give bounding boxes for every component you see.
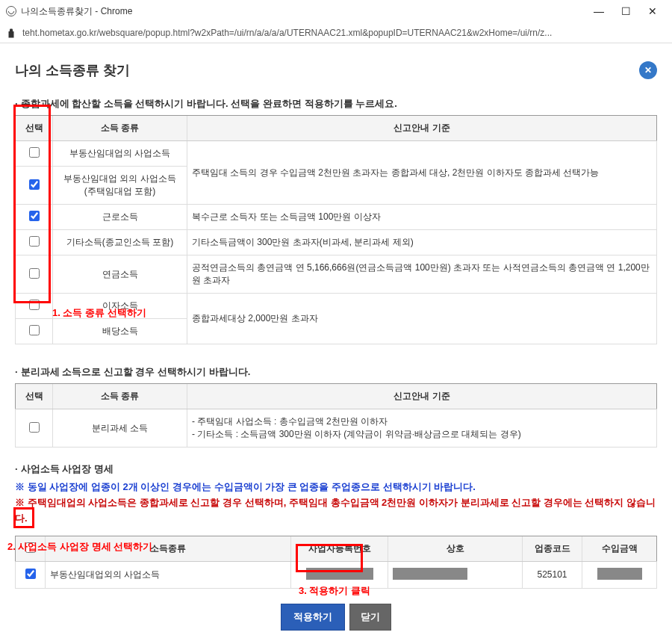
cell-guide: 기타소득금액이 300만원 초과자(비과세, 분리과세 제외) [187,230,657,256]
lock-icon [6,28,16,38]
section3-note1: ※ 동일 사업장에 업종이 2개 이상인 경우에는 수입금액이 가장 큰 업종을… [15,480,657,494]
th-select: 선택 [16,116,53,141]
cell-amount [582,561,657,588]
section3-note2: ※ 주택임대업의 사업소득은 종합과세로 신고할 경우 선택하며, 주택임대 총… [15,495,657,527]
th-amount: 수입금액 [582,536,657,561]
chrome-favicon [6,6,16,16]
checkbox-separate-0[interactable] [29,422,40,433]
separate-tax-table: 선택 소득 종류 신고안내 기준 분리과세 소득 - 주택임대 사업소득 : 총… [15,383,657,448]
window-maximize-button[interactable]: ☐ [612,2,639,20]
cell-income-type: 부동산임대업의 사업소득 [53,141,187,167]
cell-guide: - 주택임대 사업소득 : 총수입금액 2천만원 이하자 - 기타소득 : 소득… [187,409,657,448]
redacted-amount [597,568,642,580]
section3-title: 사업소득 사업장 명세 [15,462,657,476]
cell-income-type: 기타소득(종교인소득 포함) [53,230,187,256]
button-row: 적용하기 닫기 [15,604,657,631]
section2-title: 분리과세 소득으로 신고할 경우 선택하시기 바랍니다. [15,365,657,379]
business-detail-table: 소득종류 사업자등록번호 상호 업종코드 수입금액 부동산임대업외의 사업소득 … [15,536,657,589]
page-title: 나의 소득종류 찾기 [15,61,130,79]
cell-biz-type: 부동산임대업외의 사업소득 [46,561,291,588]
close-button[interactable]: 닫기 [349,604,391,631]
cell-income-type: 배당소득 [53,319,187,344]
cell-guide: 공적연금소득의 총연금액 연 5,166,666원(연금소득금액 100만원) … [187,256,657,294]
th-bizname: 상호 [388,536,523,561]
section1-title: 종합과세에 합산할 소득을 선택하시기 바랍니다. 선택을 완료하면 적용하기를… [15,97,657,111]
checkbox-income-0[interactable] [29,147,40,158]
table-row: 기타소득(종교인소득 포함) 기타소득금액이 300만원 초과자(비과세, 분리… [16,230,657,256]
cell-income-type: 부동산임대업 외의 사업소득 (주택임대업 포함) [53,167,187,205]
cell-income-type: 분리과세 소득 [53,409,187,448]
th-select: 선택 [16,384,53,409]
redacted-bizname [393,568,467,580]
checkbox-income-1[interactable] [29,179,40,190]
income-type-table: 선택 소득 종류 신고안내 기준 부동산임대업의 사업소득 주택임대 소득의 경… [15,115,657,344]
cell-income-type: 근로소득 [53,205,187,230]
window-minimize-button[interactable]: — [585,2,612,20]
cell-guide: 복수근로 소득자 또는 소득금액 100만원 이상자 [187,205,657,230]
checkbox-biz-0[interactable] [25,569,36,579]
th-bizcode: 업종코드 [523,536,582,561]
table-row: 분리과세 소득 - 주택임대 사업소득 : 총수입금액 2천만원 이하자 - 기… [16,409,657,448]
th-guide: 신고안내 기준 [187,384,657,409]
cell-income-type: 연금소득 [53,256,187,294]
th-guide: 신고안내 기준 [187,116,657,141]
window-title: 나의소득종류찾기 - Chrome [21,5,585,18]
checkbox-income-6[interactable] [29,325,40,335]
checkbox-income-4[interactable] [29,268,40,279]
th-select-all [16,536,46,561]
apply-button[interactable]: 적용하기 [281,604,345,631]
checkbox-income-2[interactable] [29,211,40,221]
table-row: 근로소득 복수근로 소득자 또는 소득금액 100만원 이상자 [16,205,657,230]
checkbox-income-3[interactable] [29,236,40,247]
cell-bizno [291,561,388,588]
table-row: 부동산임대업외의 사업소득 525101 [16,561,657,588]
checkbox-income-5[interactable] [29,300,40,310]
table-row: 이자소득 종합과세대상 2,000만원 초과자 [16,294,657,319]
th-income-type: 소득 종류 [53,384,187,409]
th-income-type: 소득 종류 [53,116,187,141]
address-bar: teht.hometax.go.kr/websquare/popup.html?… [0,22,672,43]
window-close-button[interactable]: ✕ [639,2,666,20]
url-text[interactable]: teht.hometax.go.kr/websquare/popup.html?… [22,28,666,38]
th-income-type: 소득종류 [46,536,291,561]
cell-income-type: 이자소득 [53,294,187,319]
page-header: 나의 소득종류 찾기 [15,61,657,79]
checkbox-select-all-biz[interactable] [25,542,36,553]
redacted-bizno [306,568,373,580]
popup-close-button[interactable] [639,61,657,79]
cell-bizcode: 525101 [523,561,582,588]
cell-guide: 주택임대 소득의 경우 수입금액 2천만원 초과자는 종합과세 대상, 2천만원… [187,141,657,205]
table-row: 연금소득 공적연금소득의 총연금액 연 5,166,666원(연금소득금액 10… [16,256,657,294]
cell-guide: 종합과세대상 2,000만원 초과자 [187,294,657,344]
cell-bizname [388,561,523,588]
window-titlebar: 나의소득종류찾기 - Chrome — ☐ ✕ [0,0,672,22]
table-row: 부동산임대업의 사업소득 주택임대 소득의 경우 수입금액 2천만원 초과자는 … [16,141,657,167]
th-bizno: 사업자등록번호 [291,536,388,561]
